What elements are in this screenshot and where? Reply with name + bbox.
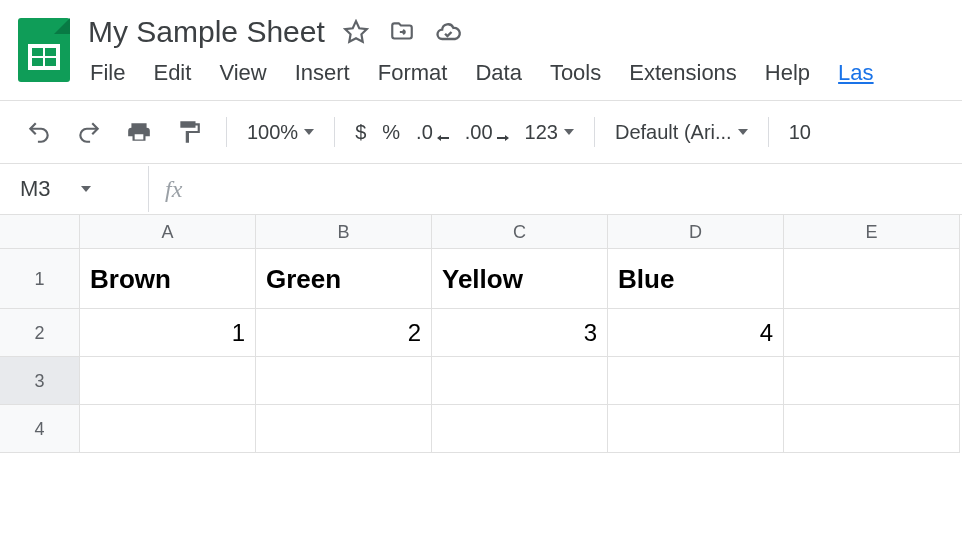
menu-tools[interactable]: Tools	[550, 60, 601, 86]
cell-D1[interactable]: Blue	[608, 249, 784, 309]
toolbar-separator	[226, 117, 227, 147]
format-percent-button[interactable]: %	[382, 121, 400, 144]
svg-marker-0	[345, 21, 367, 42]
number-format-dropdown[interactable]: 123	[525, 121, 574, 144]
cell-A1[interactable]: Brown	[80, 249, 256, 309]
format-currency-button[interactable]: $	[355, 121, 366, 144]
print-icon[interactable]	[122, 115, 156, 149]
redo-icon[interactable]	[72, 115, 106, 149]
col-header-E[interactable]: E	[784, 215, 960, 249]
cell-E4[interactable]	[784, 405, 960, 453]
col-header-D[interactable]: D	[608, 215, 784, 249]
font-size-input[interactable]: 10	[789, 121, 811, 144]
cell-A4[interactable]	[80, 405, 256, 453]
col-header-A[interactable]: A	[80, 215, 256, 249]
menu-insert[interactable]: Insert	[295, 60, 350, 86]
row-header-2[interactable]: 2	[0, 309, 80, 357]
star-icon[interactable]	[341, 17, 371, 47]
toolbar-separator	[594, 117, 595, 147]
menu-view[interactable]: View	[219, 60, 266, 86]
cell-C4[interactable]	[432, 405, 608, 453]
cell-D2[interactable]: 4	[608, 309, 784, 357]
col-header-C[interactable]: C	[432, 215, 608, 249]
toolbar-separator	[334, 117, 335, 147]
menu-file[interactable]: File	[90, 60, 125, 86]
move-folder-icon[interactable]	[387, 17, 417, 47]
chevron-down-icon	[304, 129, 314, 135]
increase-decimal-button[interactable]: .00	[465, 121, 509, 144]
menu-format[interactable]: Format	[378, 60, 448, 86]
menu-help[interactable]: Help	[765, 60, 810, 86]
name-box[interactable]: M3	[0, 176, 148, 202]
menubar: File Edit View Insert Format Data Tools …	[88, 54, 944, 100]
paint-format-icon[interactable]	[172, 115, 206, 149]
font-dropdown[interactable]: Default (Ari...	[615, 121, 748, 144]
toolbar: 100% $ % .0 .00 123 Default (Ari... 10	[0, 101, 962, 163]
cell-B3[interactable]	[256, 357, 432, 405]
cell-D3[interactable]	[608, 357, 784, 405]
chevron-down-icon	[738, 129, 748, 135]
cell-C2[interactable]: 3	[432, 309, 608, 357]
doc-title[interactable]: My Sample Sheet	[88, 15, 325, 49]
spreadsheet-grid: A B C D E 1 Brown Green Yellow Blue 2 1 …	[0, 215, 962, 453]
app-logo[interactable]	[18, 10, 70, 80]
menu-last-edit[interactable]: Las	[838, 60, 873, 86]
cell-E1[interactable]	[784, 249, 960, 309]
cell-E2[interactable]	[784, 309, 960, 357]
col-header-B[interactable]: B	[256, 215, 432, 249]
chevron-down-icon	[564, 129, 574, 135]
menu-edit[interactable]: Edit	[153, 60, 191, 86]
cell-E3[interactable]	[784, 357, 960, 405]
cloud-status-icon[interactable]	[433, 17, 463, 47]
app-header: My Sample Sheet File Edit View Insert Fo…	[0, 0, 962, 100]
zoom-value: 100%	[247, 121, 298, 144]
toolbar-separator	[768, 117, 769, 147]
cell-C1[interactable]: Yellow	[432, 249, 608, 309]
chevron-down-icon	[81, 186, 91, 192]
cell-C3[interactable]	[432, 357, 608, 405]
name-box-value: M3	[20, 176, 51, 202]
menu-extensions[interactable]: Extensions	[629, 60, 737, 86]
decrease-decimal-button[interactable]: .0	[416, 121, 449, 144]
cell-A2[interactable]: 1	[80, 309, 256, 357]
row-header-1[interactable]: 1	[0, 249, 80, 309]
row-header-4[interactable]: 4	[0, 405, 80, 453]
formula-bar-row: M3 fx	[0, 163, 962, 215]
row-header-3[interactable]: 3	[0, 357, 80, 405]
cell-B1[interactable]: Green	[256, 249, 432, 309]
zoom-dropdown[interactable]: 100%	[247, 121, 314, 144]
cell-D4[interactable]	[608, 405, 784, 453]
fx-label: fx	[149, 176, 182, 203]
cell-B4[interactable]	[256, 405, 432, 453]
menu-data[interactable]: Data	[475, 60, 521, 86]
cell-A3[interactable]	[80, 357, 256, 405]
cell-B2[interactable]: 2	[256, 309, 432, 357]
undo-icon[interactable]	[22, 115, 56, 149]
select-all-corner[interactable]	[0, 215, 80, 249]
